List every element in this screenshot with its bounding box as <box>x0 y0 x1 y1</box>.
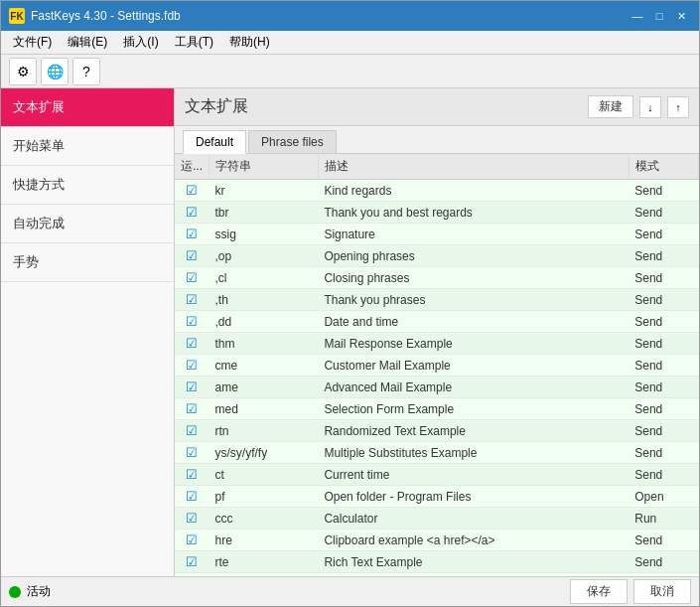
row-checkbox[interactable]: ☑ <box>175 245 210 267</box>
row-description: Clipboard example <a href></a> <box>318 530 629 551</box>
row-checkbox[interactable]: ☑ <box>175 442 210 464</box>
table-row[interactable]: ☑,ddDate and timeSend <box>175 311 699 333</box>
row-checkbox[interactable]: ☑ <box>175 551 210 573</box>
checkbox-icon: ☑ <box>186 270 198 285</box>
minimize-button[interactable]: — <box>628 6 647 26</box>
sidebar-item-gestures[interactable]: 手势 <box>1 243 174 282</box>
table-row[interactable]: ☑cmeCustomer Mail ExampleSend <box>175 355 699 377</box>
table-row[interactable]: ☑ameAdvanced Mail ExampleSend <box>175 377 699 398</box>
table-row[interactable]: ☑ctCurrent timeSend <box>175 464 699 486</box>
row-checkbox[interactable]: ☑ <box>175 464 210 486</box>
table-row[interactable]: ☑,thThank you phrasesSend <box>175 289 699 311</box>
checkbox-icon: ☑ <box>186 205 198 220</box>
row-shortcut: rte <box>210 551 319 573</box>
row-checkbox[interactable]: ☑ <box>175 530 210 551</box>
new-button[interactable]: 新建 <box>588 95 633 118</box>
checkbox-icon: ☑ <box>186 336 198 351</box>
move-up-button[interactable]: ↑ <box>667 96 689 118</box>
menu-file[interactable]: 文件(F) <box>5 32 60 53</box>
sidebar-item-start-menu[interactable]: 开始菜单 <box>1 127 174 166</box>
row-shortcut: ct <box>210 464 319 486</box>
status-actions: 保存 取消 <box>570 579 691 604</box>
row-mode: Open <box>629 486 698 508</box>
checkbox-icon: ☑ <box>186 292 198 307</box>
table-row[interactable]: ☑pfOpen folder - Program FilesOpen <box>175 486 699 508</box>
content-header: 文本扩展 新建 ↓ ↑ <box>175 88 699 126</box>
row-checkbox[interactable]: ☑ <box>175 355 210 377</box>
checkbox-icon: ☑ <box>186 183 198 198</box>
cancel-button[interactable]: 取消 <box>633 579 691 604</box>
table-container: 运... 字符串 描述 模式 ☑krKind regardsSend☑tbrTh… <box>175 154 699 576</box>
menu-help[interactable]: 帮助(H) <box>221 32 278 53</box>
sidebar-item-text-expand[interactable]: 文本扩展 <box>1 88 174 127</box>
table-row[interactable]: ☑rtnRandomized Text ExampleSend <box>175 420 699 442</box>
row-mode: Run <box>629 508 698 530</box>
row-checkbox[interactable]: ☑ <box>175 267 210 289</box>
table-row[interactable]: ☑,opOpening phrasesSend <box>175 245 699 267</box>
tab-phrase-files[interactable]: Phrase files <box>248 130 337 153</box>
table-row[interactable]: ☑,clClosing phrasesSend <box>175 267 699 289</box>
maximize-button[interactable]: □ <box>649 6 669 26</box>
table-row[interactable]: ☑krKind regardsSend <box>175 180 699 202</box>
table-row[interactable]: ☑medSelection Form ExampleSend <box>175 398 699 420</box>
sidebar-item-autocomplete[interactable]: 自动完成 <box>1 205 174 243</box>
save-button[interactable]: 保存 <box>570 579 628 604</box>
table-row[interactable]: ☑ssigSignatureSend <box>175 224 699 245</box>
checkbox-icon: ☑ <box>186 358 198 373</box>
row-mode: Send <box>629 551 698 573</box>
row-checkbox[interactable]: ☑ <box>175 180 210 202</box>
row-description: Closing phrases <box>318 267 629 289</box>
tab-default[interactable]: Default <box>183 130 246 154</box>
checkbox-icon: ☑ <box>186 467 198 482</box>
row-checkbox[interactable]: ☑ <box>175 311 210 333</box>
status-left: 活动 <box>9 583 51 600</box>
help-button[interactable]: ? <box>72 58 100 85</box>
table-row[interactable]: ☑tbrThank you and best regardsSend <box>175 202 699 224</box>
row-checkbox[interactable]: ☑ <box>175 486 210 508</box>
header-actions: 新建 ↓ ↑ <box>588 95 689 118</box>
row-description: Opening phrases <box>318 245 629 267</box>
col-header-mode: 模式 <box>629 154 698 180</box>
row-shortcut: hre <box>210 530 319 551</box>
tab-bar: Default Phrase files <box>175 126 699 154</box>
phrases-table: 运... 字符串 描述 模式 ☑krKind regardsSend☑tbrTh… <box>175 154 699 576</box>
globe-button[interactable]: 🌐 <box>41 58 69 85</box>
row-description: Mail Response Example <box>318 333 629 355</box>
row-shortcut: cme <box>210 355 319 377</box>
table-row[interactable]: ☑thmMail Response ExampleSend <box>175 333 699 355</box>
row-mode: Send <box>629 267 698 289</box>
row-checkbox[interactable]: ☑ <box>175 289 210 311</box>
row-checkbox[interactable]: ☑ <box>175 377 210 398</box>
row-checkbox[interactable]: ☑ <box>175 333 210 355</box>
row-mode: Send <box>629 180 698 202</box>
table-row[interactable]: ☑hreClipboard example <a href></a>Send <box>175 530 699 551</box>
checkbox-icon: ☑ <box>186 489 198 504</box>
row-description: Date and time <box>318 311 629 333</box>
settings-button[interactable]: ⚙ <box>9 58 37 85</box>
checkbox-icon: ☑ <box>186 445 198 460</box>
row-description: Randomized Text Example <box>318 420 629 442</box>
table-row[interactable]: ☑cccCalculatorRun <box>175 508 699 530</box>
row-description: Rich Text Example <box>318 551 629 573</box>
sidebar: 文本扩展 开始菜单 快捷方式 自动完成 手势 <box>1 88 175 576</box>
row-mode: Send <box>629 224 698 245</box>
checkbox-icon: ☑ <box>186 423 198 438</box>
close-button[interactable]: ✕ <box>671 6 691 26</box>
row-mode: Send <box>629 442 698 464</box>
row-shortcut: ccc <box>210 508 319 530</box>
row-checkbox[interactable]: ☑ <box>175 420 210 442</box>
row-shortcut: pf <box>210 486 319 508</box>
sidebar-item-shortcuts[interactable]: 快捷方式 <box>1 166 174 205</box>
menu-insert[interactable]: 插入(I) <box>115 32 166 53</box>
table-row[interactable]: ☑rteRich Text ExampleSend <box>175 551 699 573</box>
menu-tools[interactable]: 工具(T) <box>167 32 221 53</box>
checkbox-icon: ☑ <box>186 248 198 263</box>
menu-edit[interactable]: 编辑(E) <box>60 32 115 53</box>
move-down-button[interactable]: ↓ <box>639 96 661 118</box>
row-checkbox[interactable]: ☑ <box>175 202 210 224</box>
row-checkbox[interactable]: ☑ <box>175 224 210 245</box>
row-checkbox[interactable]: ☑ <box>175 398 210 420</box>
table-row[interactable]: ☑ys/sy/yf/fyMultiple Substitutes Example… <box>175 442 699 464</box>
row-checkbox[interactable]: ☑ <box>175 508 210 530</box>
row-mode: Send <box>629 245 698 267</box>
